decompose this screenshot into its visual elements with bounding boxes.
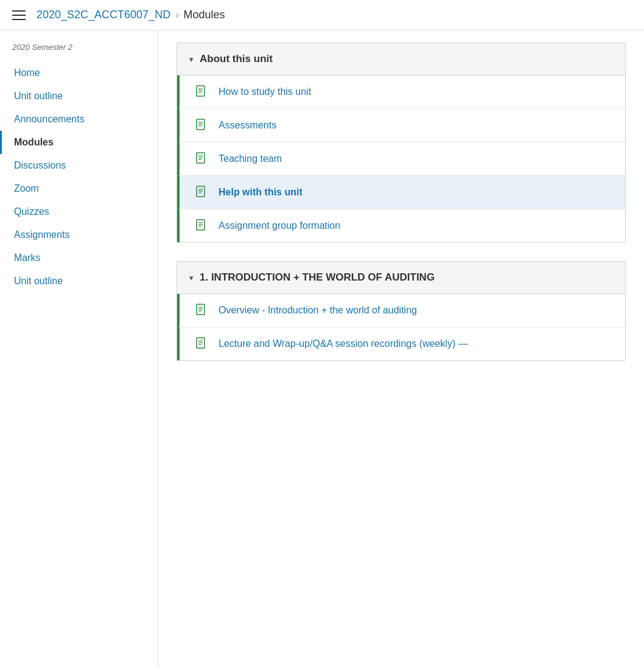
sidebar-item-home[interactable]: Home: [0, 61, 158, 85]
module-item-help-with-unit-label: Help with this unit: [219, 187, 303, 198]
main-content: ▾ About this unit How to study this unit: [158, 30, 644, 666]
main-layout: 2020 Semester 2 Home Unit outline Announ…: [0, 30, 644, 666]
sidebar-item-marks[interactable]: Marks: [0, 246, 158, 270]
header: 2020_S2C_ACCT6007_ND › Modules: [0, 0, 644, 30]
document-icon: [194, 85, 209, 99]
module-about-unit: ▾ About this unit How to study this unit: [177, 43, 626, 243]
menu-hamburger-button[interactable]: [12, 10, 26, 20]
document-icon: [194, 219, 209, 232]
sidebar-item-discussions[interactable]: Discussions: [0, 154, 158, 177]
module-intro-auditing: ▾ 1. INTRODUCTION + THE WORLD OF AUDITIN…: [177, 261, 626, 361]
module-item-overview-intro[interactable]: Overview - Introduction + the world of a…: [177, 294, 625, 327]
semester-label: 2020 Semester 2: [0, 43, 158, 61]
breadcrumb: 2020_S2C_ACCT6007_ND › Modules: [37, 9, 225, 21]
module-collapse-arrow: ▾: [189, 55, 194, 64]
document-icon: [194, 304, 209, 317]
breadcrumb-current-page: Modules: [183, 9, 225, 21]
sidebar-item-quizzes[interactable]: Quizzes: [0, 200, 158, 223]
sidebar-item-announcements[interactable]: Announcements: [0, 108, 158, 131]
module-item-assessments-label: Assessments: [219, 120, 276, 131]
module-item-how-to-study-label: How to study this unit: [219, 86, 311, 97]
module-item-help-with-unit[interactable]: Help with this unit: [177, 176, 625, 209]
breadcrumb-course-link[interactable]: 2020_S2C_ACCT6007_ND: [37, 9, 170, 21]
module-item-teaching-team[interactable]: Teaching team: [177, 142, 625, 176]
module-collapse-arrow: ▾: [189, 273, 194, 282]
sidebar-item-unit-outline-bottom[interactable]: Unit outline: [0, 270, 158, 293]
document-icon: [194, 186, 209, 199]
module-item-assignment-group[interactable]: Assignment group formation: [177, 209, 625, 242]
sidebar-item-modules[interactable]: Modules: [0, 131, 158, 154]
document-icon: [194, 152, 209, 166]
module-intro-auditing-title: 1. INTRODUCTION + THE WORLD OF AUDITING: [200, 271, 435, 284]
module-item-assessments[interactable]: Assessments: [177, 109, 625, 142]
document-icon: [194, 119, 209, 132]
sidebar-item-unit-outline-top[interactable]: Unit outline: [0, 85, 158, 108]
module-about-unit-header[interactable]: ▾ About this unit: [177, 43, 625, 75]
breadcrumb-separator: ›: [175, 10, 178, 21]
module-intro-auditing-header[interactable]: ▾ 1. INTRODUCTION + THE WORLD OF AUDITIN…: [177, 262, 625, 294]
sidebar-item-assignments[interactable]: Assignments: [0, 223, 158, 246]
module-item-how-to-study[interactable]: How to study this unit: [177, 75, 625, 109]
module-item-lecture-wrapup[interactable]: Lecture and Wrap-up/Q&A session recordin…: [177, 327, 625, 360]
sidebar: 2020 Semester 2 Home Unit outline Announ…: [0, 30, 158, 666]
module-about-unit-title: About this unit: [200, 53, 273, 65]
sidebar-item-zoom[interactable]: Zoom: [0, 177, 158, 200]
module-item-lecture-wrapup-label: Lecture and Wrap-up/Q&A session recordin…: [219, 338, 468, 349]
module-item-assignment-group-label: Assignment group formation: [219, 220, 340, 231]
document-icon: [194, 337, 209, 351]
module-item-teaching-team-label: Teaching team: [219, 153, 282, 164]
module-item-overview-intro-label: Overview - Introduction + the world of a…: [219, 305, 417, 316]
